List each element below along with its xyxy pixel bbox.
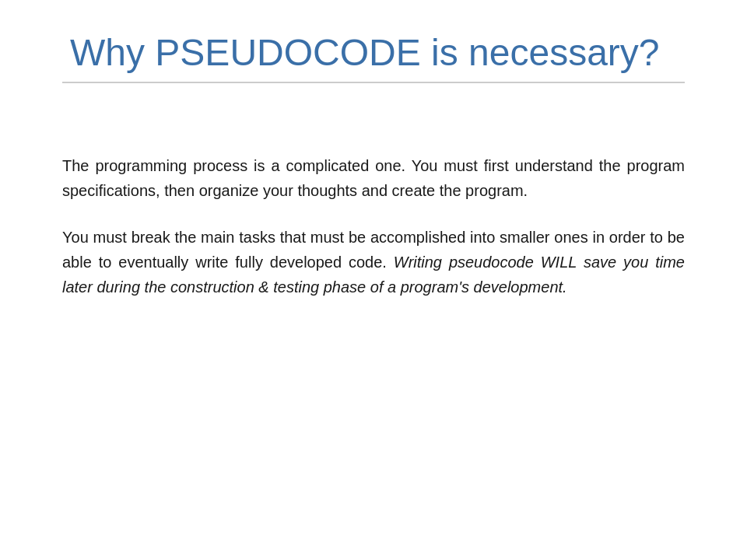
divider-rule — [62, 82, 685, 83]
slide: Why PSEUDOCODE is necessary? The program… — [0, 0, 747, 560]
slide-title: Why PSEUDOCODE is necessary? — [62, 31, 685, 74]
header-area: Why PSEUDOCODE is necessary? — [62, 31, 685, 83]
paragraph-2: You must break the main tasks that must … — [62, 225, 685, 299]
paragraph-1: The programming process is a complicated… — [62, 153, 685, 203]
content-area: The programming process is a complicated… — [62, 122, 685, 299]
